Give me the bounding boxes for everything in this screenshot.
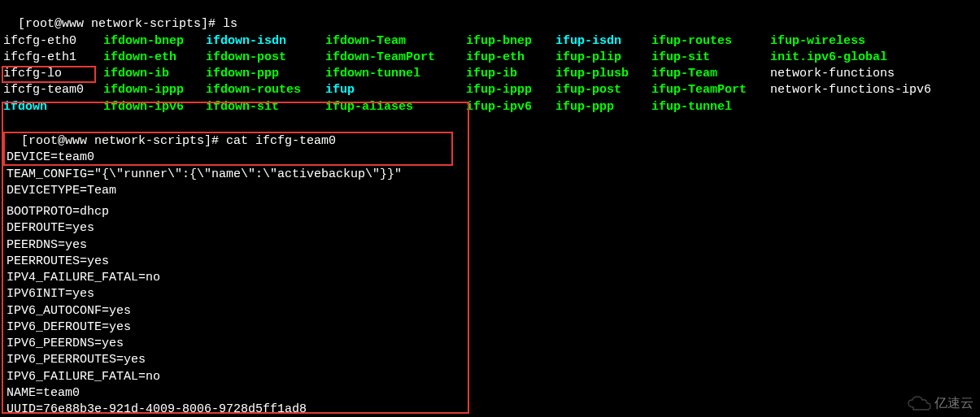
ls-file: ifdown-post	[206, 50, 325, 66]
ls-file: ifup-ppp	[555, 99, 651, 115]
ls-file: ifdown-Team	[325, 33, 466, 50]
ls-file: ifup-bnep	[466, 33, 555, 50]
ls-file: ifup-tunnel	[651, 99, 770, 115]
ls-file: ifup-routes	[651, 33, 770, 50]
ls-file: ifup-ib	[466, 66, 555, 82]
watermark: 亿速云	[907, 394, 973, 412]
highlight-ifcfg-team0-bottom	[2, 81, 96, 83]
ls-file: ifdown-tunnel	[325, 66, 466, 82]
ls-file: ifup-eth	[466, 50, 555, 66]
ls-file: ifdown-TeamPort	[325, 50, 466, 66]
ls-file: ifup-Team	[651, 66, 770, 82]
highlight-team-config	[3, 132, 453, 166]
highlight-ifcfg-team0	[2, 66, 96, 82]
ls-file: ifup-post	[555, 82, 651, 98]
ls-file: ifdown-isdn	[206, 33, 325, 50]
ls-file: ifdown-ppp	[206, 66, 325, 82]
ls-file: init.ipv6-global	[770, 50, 977, 66]
ls-file: ifcfg-team0	[3, 82, 103, 98]
ls-file: ifdown-ib	[103, 66, 206, 82]
ls-file: ifdown-bnep	[103, 33, 206, 50]
ls-file: ifup-isdn	[555, 33, 651, 50]
ls-file: network-functions-ipv6	[770, 82, 977, 98]
ls-file	[770, 99, 977, 115]
cloud-icon	[907, 396, 931, 410]
ls-file: ifup-plusb	[555, 66, 651, 82]
ls-file: ifup-TeamPort	[651, 82, 770, 98]
ls-file: ifcfg-eth0	[3, 33, 103, 50]
ls-file: ifup	[325, 82, 466, 98]
ls-file: ifdown-eth	[103, 50, 206, 66]
ls-file: ifcfg-eth1	[3, 50, 103, 66]
ls-file: ifdown-routes	[206, 82, 325, 98]
ls-file: network-functions	[770, 66, 977, 82]
ls-file: ifup-ippp	[466, 82, 555, 98]
ls-file: ifup-wireless	[770, 33, 977, 50]
shell-prompt: [root@www network-scripts]#	[18, 17, 223, 31]
ls-file: ifup-plip	[555, 50, 651, 66]
watermark-text: 亿速云	[934, 394, 973, 412]
ls-file: ifup-sit	[651, 50, 770, 66]
prompt-line-1: [root@www network-scripts]# ls	[3, 0, 977, 33]
ls-file: ifdown-ippp	[103, 82, 206, 98]
ls-file: ifup-ipv6	[466, 99, 555, 115]
command-ls: ls	[223, 17, 237, 31]
